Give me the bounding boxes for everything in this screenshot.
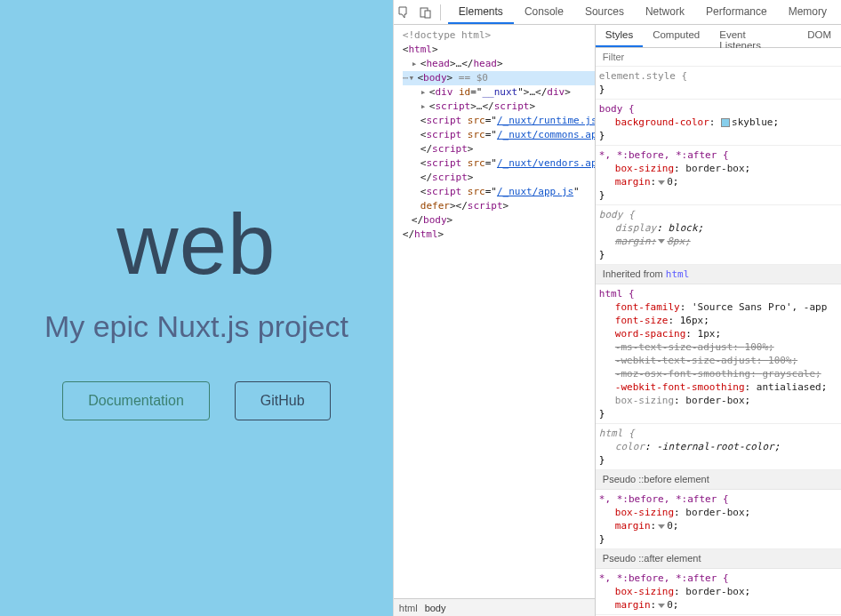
inspect-icon[interactable] <box>397 5 412 20</box>
script-node[interactable]: ▸<script>…</script> <box>420 100 595 114</box>
tab-console[interactable]: Console <box>514 1 574 24</box>
page-subtitle: My epic Nuxt.js project <box>44 309 348 344</box>
breadcrumb: html body <box>394 598 595 616</box>
html-close-node[interactable]: </html> <box>403 228 595 242</box>
style-rules[interactable]: element.style { } body { background-colo… <box>596 67 841 616</box>
pseudo-after-header: Pseudo ::after element <box>596 549 841 569</box>
elements-tree[interactable]: <!doctype html> <html> ▸<head>…</head> ⋯… <box>394 25 595 616</box>
tab-memory[interactable]: Memory <box>778 1 837 24</box>
body-node[interactable]: ⋯▾<body> == $0 <box>403 71 595 85</box>
crumb-html[interactable]: html <box>399 603 418 613</box>
tab-performance[interactable]: Performance <box>695 1 778 24</box>
github-button[interactable]: GitHub <box>235 381 331 420</box>
div-nuxt-node[interactable]: ▸<div id="__nuxt">…</div> <box>420 85 595 100</box>
html-node[interactable]: <html> <box>403 43 595 57</box>
devtools-panel: Elements Console Sources Network Perform… <box>393 0 841 616</box>
styles-panel: Styles Computed Event Listeners DOM elem… <box>595 25 841 616</box>
styles-tab-styles[interactable]: Styles <box>596 25 643 47</box>
page-buttons: Documentation GitHub <box>62 381 330 420</box>
device-toggle-icon[interactable] <box>419 5 433 20</box>
head-node[interactable]: ▸<head>…</head> <box>403 57 595 71</box>
devtools-toolbar: Elements Console Sources Network Perform… <box>394 0 841 25</box>
documentation-button[interactable]: Documentation <box>62 381 210 420</box>
styles-tab-listeners[interactable]: Event Listeners <box>709 25 797 47</box>
body-close-node[interactable]: </body> <box>403 213 595 228</box>
filter-input[interactable] <box>596 48 841 66</box>
tab-elements[interactable]: Elements <box>448 1 514 24</box>
devtools-tabs: Elements Console Sources Network Perform… <box>448 1 837 24</box>
script-app-node[interactable]: <script src="/_nuxt/app.js"defer></scrip… <box>420 185 595 213</box>
script-runtime-node[interactable]: <script src="/_nuxt/runtime.js" defer></… <box>420 114 595 128</box>
styles-tabs: Styles Computed Event Listeners DOM <box>596 25 841 48</box>
svg-rect-1 <box>425 11 430 18</box>
page-title: web <box>116 196 276 293</box>
styles-filter <box>596 48 841 67</box>
script-vendors-node[interactable]: <script src="/_nuxt/vendors.app.js" defe… <box>420 156 595 185</box>
tab-network[interactable]: Network <box>635 1 695 24</box>
styles-tab-dom[interactable]: DOM <box>797 25 841 47</box>
nuxt-page: web My epic Nuxt.js project Documentatio… <box>0 0 393 616</box>
inherited-header: Inherited from html <box>596 265 841 284</box>
styles-tab-computed[interactable]: Computed <box>643 25 709 47</box>
doctype-node[interactable]: <!doctype html> <box>403 28 595 43</box>
tab-sources[interactable]: Sources <box>574 1 635 24</box>
pseudo-before-header: Pseudo ::before element <box>596 470 841 490</box>
script-commons-node[interactable]: <script src="/_nuxt/commons.app.js" defe… <box>420 128 595 156</box>
crumb-body[interactable]: body <box>425 603 446 613</box>
